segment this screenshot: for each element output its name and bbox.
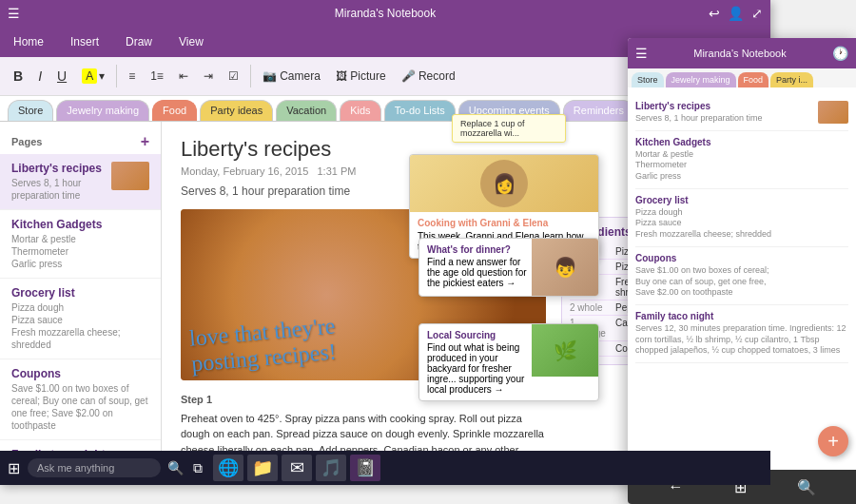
tab-home[interactable]: Home — [0, 27, 57, 57]
mobile-clock-icon: 🕐 — [832, 46, 848, 61]
start-button[interactable]: ⊞ — [8, 459, 20, 477]
taskbar-onenote[interactable]: 📓 — [350, 455, 380, 481]
taskbar: ⊞ 🔍 ⧉ 🌐 📁 ✉ 🎵 📓 — [0, 451, 770, 485]
menu-icon[interactable]: ☰ — [8, 6, 20, 21]
mobile-title-bar: ☰ Miranda's Notebook 🕐 — [628, 38, 856, 68]
mobile-preview-5: Serves 12, 30 minutes preparation time. … — [635, 323, 848, 357]
sidebar-item-liberties[interactable]: Liberty's recipes Serves 8, 1 hourprepar… — [0, 154, 161, 210]
user-icon[interactable]: 👤 — [728, 6, 744, 21]
mobile-title-3: Grocery list — [635, 195, 848, 205]
mobile-window: ☰ Miranda's Notebook 🕐 Store Jewelry mak… — [628, 38, 856, 504]
sidebar: Pages + Liberty's recipes Serves 8, 1 ho… — [0, 122, 162, 485]
page-preview-3: Pizza doughPizza sauceFresh mozzarella c… — [11, 301, 149, 351]
mobile-menu-icon[interactable]: ☰ — [635, 46, 648, 61]
mobile-title-1: Liberty's recipes — [635, 101, 848, 111]
page-title-2: Kitchen Gadgets — [11, 218, 149, 231]
dinner-popup[interactable]: 👦 What's for dinner? Find a new answer f… — [418, 238, 599, 297]
mobile-preview-4: Save $1.00 on two boxes of cereal;Buy on… — [635, 265, 848, 299]
local-img: 🌿 — [532, 324, 598, 377]
cooking-title: Cooking with Granni & Elena — [418, 218, 591, 228]
mobile-preview-3: Pizza doughPizza sauceFresh mozzarella c… — [635, 207, 848, 241]
mobile-fab[interactable]: + — [818, 426, 848, 456]
mobile-tab-food[interactable]: Food — [738, 72, 769, 87]
indent-button[interactable]: ⇤ — [173, 68, 194, 85]
tab-vacation[interactable]: Vacation — [276, 100, 337, 121]
tab-kids[interactable]: Kids — [340, 100, 380, 121]
tab-store[interactable]: Store — [8, 100, 53, 121]
mobile-title-4: Coupons — [635, 253, 848, 263]
page-title-3: Grocery list — [11, 286, 149, 300]
bold-button[interactable]: B — [8, 67, 29, 86]
mobile-content: Liberty's recipes Serves 8, 1 hour prepa… — [628, 87, 856, 470]
title-bar: ☰ Miranda's Notebook ↩ 👤 ⤢ — [0, 0, 770, 27]
page-time: 1:31 PM — [318, 165, 357, 177]
underline-button[interactable]: U — [51, 67, 72, 86]
mobile-tabs: Store Jewelry making Food Party i... — [628, 68, 856, 87]
title-bar-left: ☰ — [8, 6, 20, 21]
mobile-item-3[interactable]: Grocery list Pizza doughPizza sauceFresh… — [635, 189, 848, 247]
tab-todo[interactable]: To-do Lists — [384, 100, 456, 121]
sidebar-item-grocery[interactable]: Grocery list Pizza doughPizza sauceFresh… — [0, 279, 161, 359]
numbering-button[interactable]: 1≡ — [145, 68, 169, 85]
cooking-popup-img: 👩 — [410, 155, 598, 212]
undo-icon[interactable]: ↩ — [709, 6, 720, 21]
mobile-tab-jewelry[interactable]: Jewelry making — [666, 72, 736, 87]
replace-tip: Replace 1 cup of mozzarella wi... — [452, 114, 566, 143]
bullets-button[interactable]: ≡ — [123, 68, 141, 85]
sidebar-item-gadgets[interactable]: Kitchen Gadgets Mortar & pestleThermomet… — [0, 210, 161, 279]
tab-food[interactable]: Food — [152, 100, 197, 121]
task-view-icon[interactable]: ⧉ — [193, 460, 203, 476]
page-preview-4: Save $1.00 on two boxes of cereal; Buy o… — [11, 382, 149, 432]
camera-button[interactable]: 📷 Camera — [257, 68, 326, 85]
separator — [116, 65, 117, 87]
record-button[interactable]: 🎤 Record — [396, 68, 461, 85]
taskbar-music[interactable]: 🎵 — [316, 455, 346, 481]
highlight-button[interactable]: A▾ — [76, 67, 110, 86]
mobile-preview-2: Mortar & pestleThermometerGarlic press — [635, 149, 848, 183]
tab-view[interactable]: View — [165, 27, 217, 57]
mobile-item-1[interactable]: Liberty's recipes Serves 8, 1 hour prepa… — [635, 95, 848, 131]
tab-draw[interactable]: Draw — [112, 27, 165, 57]
ing-amt-4: 2 whole — [570, 302, 608, 313]
maximize-icon[interactable]: ⤢ — [751, 6, 763, 21]
checkbox-button[interactable]: ☑ — [223, 68, 244, 85]
mobile-preview-1: Serves 8, 1 hour preparation time — [635, 113, 848, 125]
tab-jewelry[interactable]: Jewelry making — [56, 100, 149, 121]
page-preview-2: Mortar & pestleThermometerGarlic press — [11, 233, 149, 270]
page-title-4: Coupons — [11, 367, 149, 380]
mobile-item-2[interactable]: Kitchen Gadgets Mortar & pestleThermomet… — [635, 131, 848, 189]
outdent-button[interactable]: ⇥ — [198, 68, 219, 85]
sidebar-item-coupons[interactable]: Coupons Save $1.00 on two boxes of cerea… — [0, 359, 161, 440]
dinner-img: 👦 — [532, 239, 598, 296]
mobile-title: Miranda's Notebook — [653, 48, 827, 59]
local-sourcing-popup[interactable]: 🌿 Local Sourcing Find out what is being … — [418, 323, 599, 401]
mobile-search-button[interactable]: 🔍 — [797, 478, 816, 496]
mobile-item-img-1 — [818, 101, 848, 124]
tab-party[interactable]: Party ideas — [200, 100, 273, 121]
mobile-title-5: Family taco night — [635, 311, 848, 321]
mobile-title-2: Kitchen Gadgets — [635, 137, 848, 147]
mobile-item-5[interactable]: Family taco night Serves 12, 30 minutes … — [635, 305, 848, 363]
app-title: Miranda's Notebook — [335, 7, 436, 20]
search-input[interactable] — [28, 458, 161, 477]
taskbar-mail[interactable]: ✉ — [282, 455, 312, 481]
tab-insert[interactable]: Insert — [57, 27, 112, 57]
cortana-icon[interactable]: 🔍 — [167, 460, 184, 475]
pages-label: Pages — [11, 136, 42, 147]
mobile-item-4[interactable]: Coupons Save $1.00 on two boxes of cerea… — [635, 247, 848, 305]
taskbar-explorer[interactable]: 📁 — [247, 455, 278, 481]
sidebar-header: Pages + — [0, 129, 161, 154]
title-bar-right: ↩ 👤 ⤢ — [709, 6, 763, 21]
mobile-tab-party[interactable]: Party i... — [770, 72, 813, 87]
page-date: Monday, February 16, 2015 — [181, 165, 308, 177]
mobile-tab-store[interactable]: Store — [632, 72, 664, 87]
taskbar-ie[interactable]: 🌐 — [213, 455, 243, 481]
add-page-icon[interactable]: + — [141, 133, 149, 150]
tab-reminders[interactable]: Reminders — [563, 100, 634, 121]
picture-button[interactable]: 🖼 Picture — [330, 68, 392, 85]
italic-button[interactable]: I — [32, 67, 48, 86]
separator2 — [250, 65, 251, 87]
page-thumbnail — [111, 162, 149, 190]
